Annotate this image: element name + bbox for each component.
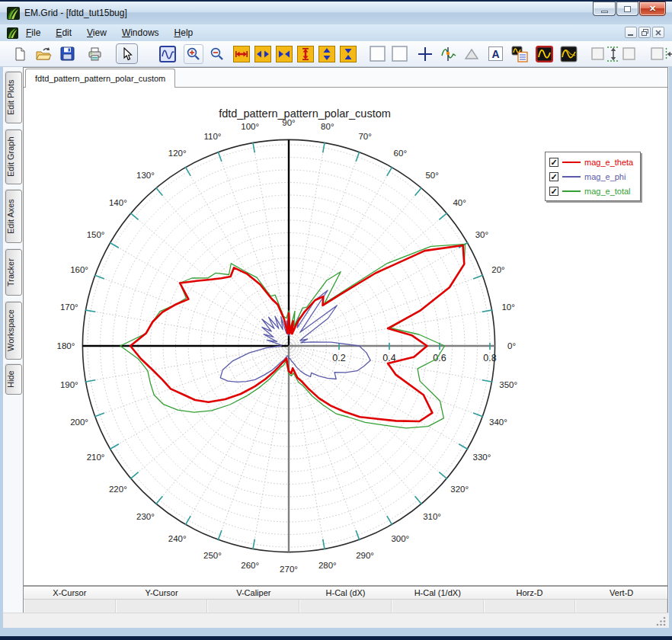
svg-text:230°: 230° [136, 512, 155, 521]
print-button[interactable] [85, 45, 104, 63]
legend-label: mag_e_phi [584, 172, 626, 181]
legend-label: mag_e_total [584, 187, 631, 196]
svg-text:160°: 160° [70, 265, 88, 274]
fit-width-button[interactable] [651, 45, 672, 63]
expand-vertical-icon [297, 46, 314, 62]
sidebar-tab-workspace[interactable]: Workspace [5, 302, 22, 360]
fit-height-button[interactable] [591, 45, 635, 63]
frame-box-button-1[interactable] [368, 45, 386, 63]
readout-header-hcal-dx: H-Cal (dX) [299, 587, 392, 599]
readout-value-cell [299, 600, 392, 613]
sidebar-tab-edit-graph[interactable]: Edit Graph [5, 130, 22, 184]
split-vertical-button[interactable] [318, 45, 336, 63]
graph-multi-button[interactable] [559, 45, 578, 63]
svg-text:80°: 80° [321, 122, 334, 131]
svg-text:310°: 310° [423, 512, 441, 521]
open-file-button[interactable] [34, 45, 53, 63]
fit-plot-button[interactable] [158, 45, 177, 63]
legend-line-sample [562, 162, 581, 163]
menu-windows[interactable]: Windows [116, 26, 165, 40]
readout-value-cell [392, 600, 484, 613]
graph-single-button[interactable] [535, 45, 553, 63]
sidebar-tab-edit-axes[interactable]: Edit Axes [5, 190, 22, 243]
pointer-tool-button[interactable] [116, 43, 138, 64]
legend-box[interactable]: ✓ mag_e_theta ✓ mag_e_phi ✓ mag_e_total [545, 152, 641, 201]
split-horizontal-button[interactable] [254, 45, 272, 63]
svg-text:10°: 10° [501, 302, 514, 312]
sidebar-tab-edit-plots[interactable]: Edit Plots [5, 72, 22, 123]
legend-line-sample [562, 176, 581, 178]
svg-text:350°: 350° [499, 380, 517, 389]
text-label-button[interactable]: A [486, 45, 504, 63]
sidebar-tab-tracker[interactable]: Tracker [5, 249, 22, 296]
mdi-restore-button[interactable] [638, 27, 651, 38]
legend-checkbox-total[interactable]: ✓ [549, 187, 558, 196]
app-logo-icon [7, 7, 20, 20]
readout-header-vert-d: Vert-D [575, 587, 667, 599]
zoom-in-icon [186, 46, 201, 62]
pointer-cursor-icon [121, 47, 133, 61]
readout-header-hcal-1dx: H-Cal (1/dX) [392, 587, 484, 599]
maximize-button[interactable] [616, 2, 638, 16]
minimize-button[interactable] [593, 2, 616, 16]
menu-help[interactable]: Help [168, 26, 200, 40]
svg-text:180°: 180° [57, 341, 75, 350]
readout-header-x-cursor: X-Cursor [24, 587, 116, 599]
frame-box-button-2[interactable] [390, 45, 408, 63]
svg-text:320°: 320° [450, 485, 469, 494]
expand-horizontal-icon [233, 46, 250, 62]
menu-bar: File Edit View Windows Help [0, 24, 672, 41]
triangle-button[interactable] [462, 45, 481, 63]
svg-text:30°: 30° [475, 230, 488, 239]
readout-value-cell [116, 600, 208, 613]
split-horizontal-icon [254, 46, 271, 62]
collapse-horizontal-icon [276, 46, 293, 62]
sidebar-tab-hide[interactable]: Hide [5, 364, 22, 395]
svg-text:140°: 140° [109, 198, 127, 207]
legend-checkbox-theta[interactable]: ✓ [549, 158, 558, 167]
crosshair-icon [417, 46, 434, 62]
zoom-in-button[interactable] [184, 44, 203, 64]
collapse-horizontal-button[interactable] [275, 45, 293, 63]
resize-grip[interactable] [656, 616, 667, 626]
tracker-button[interactable] [440, 45, 458, 63]
mdi-close-button[interactable] [652, 27, 664, 38]
graph-single-icon [536, 46, 553, 62]
svg-text:A: A [491, 48, 499, 60]
menu-view[interactable]: View [81, 26, 113, 40]
toolbar: A Layout [0, 41, 672, 67]
document-tab-bar: fdtd_pattern_pattern_polar_custom [24, 68, 667, 88]
document-tab[interactable]: fdtd_pattern_pattern_polar_custom [25, 69, 175, 88]
mdi-minimize-button[interactable] [625, 27, 637, 38]
readout-value-cell [24, 600, 116, 613]
graph-multi-icon [560, 46, 578, 62]
expand-vertical-button[interactable] [296, 45, 315, 63]
svg-text:130°: 130° [136, 171, 155, 180]
save-button[interactable] [58, 45, 76, 63]
readout-value-cell [207, 600, 299, 613]
title-bar[interactable]: EM.Grid - [fdtd_tut15bug] ✕ [0, 2, 672, 24]
svg-text:fdtd_pattern_pattern_polar_cus: fdtd_pattern_pattern_polar_custom [219, 107, 391, 120]
main-area: Edit Plots Edit Graph Edit Axes Tracker … [3, 67, 669, 613]
text-label-icon: A [488, 46, 504, 62]
save-icon [60, 46, 75, 61]
window-bottom-border [0, 636, 672, 640]
fit-plot-icon [159, 46, 176, 62]
legend-item: ✓ mag_e_theta [549, 155, 636, 169]
frame-box-icon [392, 46, 408, 62]
svg-text:20°: 20° [491, 265, 504, 274]
collapse-vertical-button[interactable] [339, 45, 357, 63]
svg-text:60°: 60° [394, 149, 407, 158]
legend-checkbox-phi[interactable]: ✓ [549, 172, 558, 181]
menu-edit[interactable]: Edit [50, 26, 78, 40]
plot-canvas[interactable]: 0.20.40.60.80°10°20°30°40°50°60°70°80°90… [24, 88, 667, 585]
new-document-button[interactable] [11, 45, 29, 63]
menu-file[interactable]: File [20, 26, 46, 40]
close-button[interactable]: ✕ [639, 2, 666, 16]
application-window: EM.Grid - [fdtd_tut15bug] ✕ File Edit Vi… [0, 0, 672, 640]
legend-label: mag_e_theta [584, 158, 633, 167]
expand-horizontal-button[interactable] [232, 45, 251, 63]
zoom-out-button[interactable] [208, 45, 226, 63]
legend-button[interactable] [510, 45, 529, 63]
crosshair-button[interactable] [416, 45, 434, 63]
